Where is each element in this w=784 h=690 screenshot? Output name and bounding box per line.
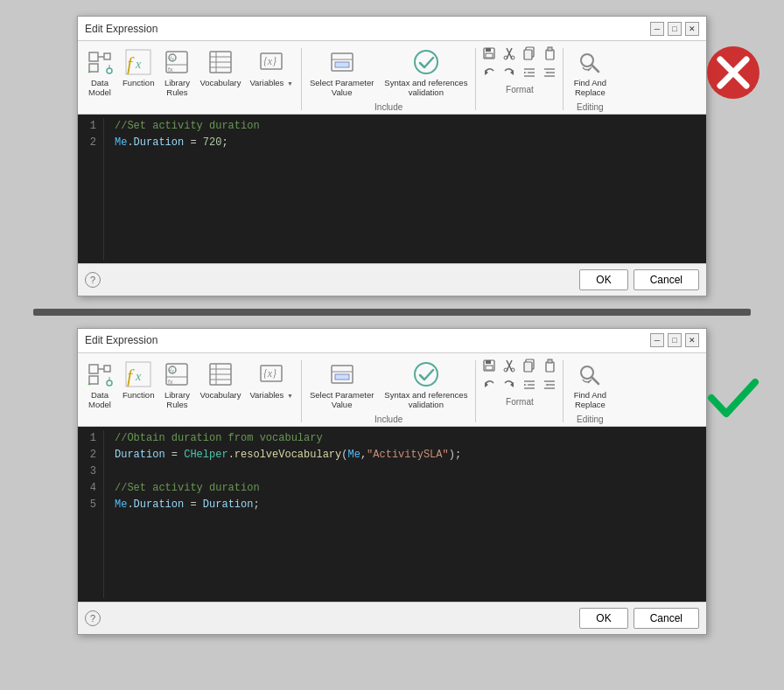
- line-numbers-2: 1 2 3 4 5: [78, 430, 104, 598]
- svg-rect-34: [524, 50, 532, 59]
- library-rules-button-2[interactable]: fx fx LibraryRules: [158, 357, 195, 426]
- svg-text:fx: fx: [168, 379, 173, 385]
- edit-expression-dialog-1: Edit Expression ─ □ ✕: [77, 16, 707, 296]
- code-content-2: //Obtain duration from vocabulary Durati…: [104, 430, 706, 598]
- cancel-button-1[interactable]: Cancel: [634, 269, 699, 290]
- maximize-button-2[interactable]: □: [668, 333, 682, 347]
- toolbar-1: + DataModel f x Function: [78, 41, 706, 115]
- dialog-title-1: Edit Expression: [85, 23, 158, 35]
- indent-button-1[interactable]: [520, 64, 539, 81]
- outdent-button-1[interactable]: [540, 64, 559, 81]
- redo-button-1[interactable]: [500, 64, 519, 81]
- data-model-icon-1: +: [86, 48, 114, 76]
- svg-line-48: [592, 65, 598, 72]
- select-param-label-2: Select ParameterValue: [310, 390, 374, 410]
- library-rules-button-1[interactable]: fx fx LibraryRules: [158, 45, 195, 114]
- svg-text:fx: fx: [168, 66, 173, 73]
- function-button-2[interactable]: f x Function: [118, 357, 158, 426]
- svg-rect-56: [104, 366, 110, 372]
- dialog-title-2: Edit Expression: [85, 334, 158, 346]
- include-label-1: Include: [305, 101, 472, 112]
- syntax-button-2[interactable]: Syntax and referencesvalidation: [380, 357, 472, 413]
- syntax-button-1[interactable]: Syntax and referencesvalidation: [380, 45, 472, 101]
- format-label-2: Format: [480, 395, 559, 407]
- editing-group-2: Find AndReplace Editing: [567, 357, 612, 426]
- library-rules-icon-2: fx fx: [163, 360, 191, 388]
- svg-text:f: f: [127, 365, 135, 387]
- help-icon-1[interactable]: ?: [85, 272, 101, 288]
- close-button-1[interactable]: ✕: [685, 22, 699, 36]
- save-button-1[interactable]: [480, 45, 499, 62]
- svg-text:f: f: [127, 52, 135, 74]
- select-param-button-1[interactable]: Select ParameterValue: [305, 45, 378, 101]
- vocabulary-button-1[interactable]: Vocabulary: [195, 45, 245, 114]
- cut-button-1[interactable]: [500, 45, 519, 62]
- variables-button-2[interactable]: {x} Variables ▼: [245, 357, 297, 426]
- data-model-button-1[interactable]: + DataModel: [81, 45, 118, 114]
- close-button-2[interactable]: ✕: [685, 333, 699, 347]
- undo-button-1[interactable]: [480, 64, 499, 81]
- variables-button-1[interactable]: {x} Variables ▼: [245, 45, 297, 114]
- vocabulary-button-2[interactable]: Vocabulary: [195, 357, 245, 426]
- wrong-indicator-1: [703, 42, 764, 103]
- code-editor-2[interactable]: 1 2 3 4 5 //Obtain duration from vocabul…: [78, 427, 706, 602]
- svg-text:x: x: [135, 370, 142, 383]
- function-icon-2: f x: [124, 360, 152, 388]
- svg-marker-46: [545, 72, 548, 73]
- minimize-button-1[interactable]: ─: [650, 22, 664, 36]
- code-editor-1[interactable]: 1 2 //Set activity duration Me.Duration …: [78, 115, 706, 263]
- paste-button-2[interactable]: [540, 357, 559, 374]
- svg-rect-24: [335, 62, 349, 67]
- ok-button-2[interactable]: OK: [579, 608, 627, 629]
- svg-rect-81: [486, 366, 493, 370]
- find-replace-icon-1: [576, 48, 604, 76]
- minimize-button-2[interactable]: ─: [650, 333, 664, 347]
- select-param-icon-1: [328, 48, 356, 76]
- syntax-icon-1: [412, 48, 440, 76]
- cut-button-2[interactable]: [500, 357, 519, 374]
- svg-rect-53: [89, 365, 98, 373]
- maximize-button-1[interactable]: □: [668, 22, 682, 36]
- title-bar-1: Edit Expression ─ □ ✕: [78, 17, 706, 41]
- help-icon-2[interactable]: ?: [85, 610, 101, 626]
- paste-button-1[interactable]: [540, 45, 559, 62]
- svg-marker-95: [524, 384, 527, 386]
- toolbar-2: + DataModel f x Function: [78, 353, 706, 427]
- copy-button-1[interactable]: [520, 45, 539, 62]
- separator-format-2: [475, 360, 476, 422]
- svg-marker-99: [545, 384, 548, 386]
- include-label-2: Include: [305, 413, 472, 424]
- save-button-2[interactable]: [480, 357, 499, 374]
- separator-editing-1: [563, 48, 564, 110]
- find-replace-label-1: Find AndReplace: [574, 78, 607, 98]
- function-label-1: Function: [122, 78, 154, 87]
- svg-point-57: [107, 380, 112, 386]
- vocabulary-icon-2: [206, 360, 234, 388]
- variables-icon-2: {x}: [257, 360, 285, 388]
- data-model-label-2: DataModel: [88, 390, 111, 410]
- find-replace-button-1[interactable]: Find AndReplace: [567, 45, 612, 101]
- svg-rect-36: [548, 47, 552, 51]
- find-replace-button-2[interactable]: Find AndReplace: [567, 357, 612, 413]
- format-label-1: Format: [480, 83, 559, 94]
- function-button-1[interactable]: f x Function: [118, 45, 158, 114]
- syntax-label-1: Syntax and referencesvalidation: [384, 78, 467, 98]
- redo-button-2[interactable]: [500, 376, 519, 394]
- outdent-button-2[interactable]: [540, 376, 559, 394]
- cancel-button-2[interactable]: Cancel: [634, 608, 699, 629]
- format-group-2: Format: [480, 357, 559, 426]
- data-model-button-2[interactable]: + DataModel: [81, 357, 118, 426]
- svg-point-78: [415, 363, 438, 386]
- edit-expression-dialog-2: Edit Expression ─ □ ✕: [77, 328, 707, 635]
- indent-button-2[interactable]: [520, 376, 539, 394]
- editing-group-1: Find AndReplace Editing: [567, 45, 612, 114]
- select-param-button-2[interactable]: Select ParameterValue: [305, 357, 378, 413]
- function-label-2: Function: [122, 390, 154, 400]
- svg-rect-35: [546, 50, 554, 59]
- include-group-1: Select ParameterValue Syntax and referen…: [305, 45, 472, 114]
- svg-marker-42: [524, 72, 527, 73]
- svg-text:x: x: [135, 58, 142, 71]
- ok-button-1[interactable]: OK: [579, 269, 627, 290]
- undo-button-2[interactable]: [480, 376, 499, 394]
- copy-button-2[interactable]: [520, 357, 539, 374]
